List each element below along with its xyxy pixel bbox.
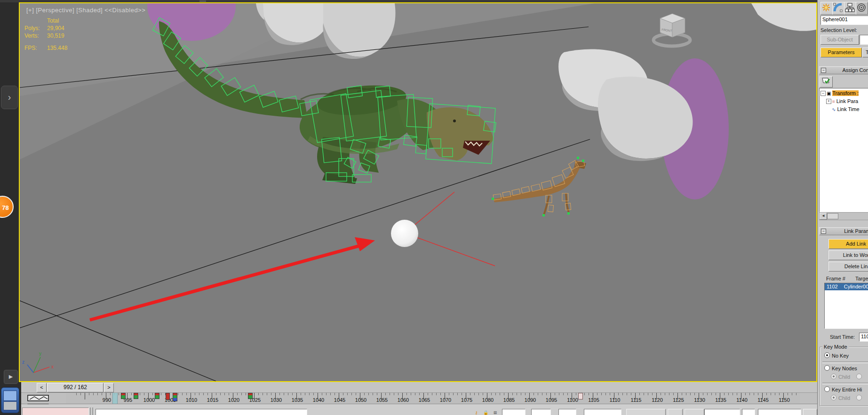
trajectories-tab-button[interactable]: T [862, 48, 868, 57]
viewport-label[interactable]: [+] [Perspective] [Shaded] <<Disabled>> [26, 7, 145, 14]
tab-motion[interactable] [856, 2, 868, 15]
nav-button[interactable] [803, 409, 817, 415]
frame-tick [110, 393, 111, 395]
frame-label: 1000 [143, 397, 155, 403]
timeline-key[interactable] [155, 393, 159, 399]
frame-label: 1010 [186, 397, 197, 403]
splitter-handle[interactable] [92, 407, 93, 415]
frame-label: 1060 [398, 397, 409, 403]
frame-tick [80, 393, 81, 395]
rollout-title: Link Param [844, 228, 868, 234]
link-params-rollout[interactable]: − Link Param [819, 227, 868, 235]
frame-tick [534, 393, 534, 395]
tab-modify[interactable] [832, 2, 844, 15]
next-frame-button[interactable]: > [104, 383, 114, 392]
radio-no-key[interactable]: No Key [824, 352, 849, 359]
frame-tick [220, 393, 221, 395]
assign-controller-rollout[interactable]: − Assign Contr [819, 66, 868, 74]
abs-offset-grid-icon[interactable]: ⊞ [493, 410, 498, 415]
frame-tick [728, 393, 729, 395]
frame-tick [131, 393, 132, 395]
frame-tick [415, 393, 415, 395]
start-time-field[interactable]: 110 [859, 333, 868, 342]
controller-tree[interactable]: −▣ Transform : +⌗ Link Para ∿ Link Time [819, 88, 868, 212]
timeline-key[interactable] [134, 393, 138, 399]
timeline-key[interactable] [173, 393, 177, 401]
assign-controller-button[interactable] [820, 76, 833, 88]
time-slider-row: < 992 / 162 > [21, 382, 817, 393]
object-name-field[interactable]: Sphere001 [820, 16, 868, 25]
frame-tick [618, 393, 619, 395]
play-icon: ▶ [9, 374, 13, 379]
expand-panel-button[interactable]: › [1, 86, 18, 109]
time-tag-button[interactable] [626, 409, 666, 415]
tree-row-transform[interactable]: −▣ Transform : [820, 89, 859, 97]
radio-key-entire[interactable]: Key Entire Hi [824, 386, 862, 392]
frame-tick [309, 393, 310, 395]
track-ruler[interactable]: 9909951000100510101015102010251030103510… [66, 393, 800, 404]
collapse-icon[interactable]: − [820, 91, 826, 96]
tab-create[interactable] [820, 2, 833, 15]
frame-label: 1045 [334, 397, 345, 403]
link-to-world-button[interactable]: Link to Wor [828, 250, 868, 260]
anim-button[interactable] [668, 409, 683, 415]
radio-label: Child [838, 395, 850, 401]
frame-tick [453, 393, 454, 395]
play-button[interactable]: ▶ [4, 370, 18, 384]
tree-row-link-time[interactable]: ∿ Link Time [832, 105, 860, 113]
frame-label: 1130 [694, 397, 705, 403]
frame-tick [93, 393, 94, 395]
radio-key-entire-child[interactable]: Child [831, 395, 864, 401]
coord-z-field[interactable] [558, 409, 576, 415]
sub-object-level-combo[interactable] [860, 35, 868, 45]
maxscript-mini-listener[interactable] [22, 407, 89, 415]
anim-button[interactable] [685, 409, 704, 415]
set-key-icon[interactable]: ⚷ [474, 410, 479, 415]
frame-tick [373, 393, 373, 395]
scroll-left-arrow[interactable]: ◄ [820, 213, 827, 220]
timeline-key[interactable] [166, 393, 170, 400]
frame-label: 1090 [525, 397, 536, 403]
timeline-key[interactable] [248, 393, 253, 399]
command-panel: Sphere001 Selection Level: Sub-Object Pa… [817, 0, 868, 415]
frame-tick [648, 393, 648, 395]
add-link-button[interactable]: Add Link [828, 239, 868, 249]
parameters-tab-button[interactable]: Parameters [820, 48, 862, 57]
frame-tick [686, 393, 686, 395]
time-slider[interactable]: 992 / 162 [47, 383, 104, 392]
radio-label: Key Entire Hi [832, 387, 862, 392]
frame-label: 1020 [228, 397, 239, 403]
timeline-key[interactable] [578, 393, 583, 399]
frame-tick [207, 393, 208, 395]
frame-tick [246, 393, 246, 395]
frame-tick [267, 393, 267, 395]
sub-object-button[interactable]: Sub-Object [820, 35, 859, 45]
coord-y-field[interactable] [531, 409, 551, 415]
current-frame-marker[interactable] [112, 393, 118, 404]
frame-tick [152, 393, 153, 395]
prev-frame-button[interactable]: < [37, 383, 47, 392]
frame-tick [733, 393, 733, 395]
tree-row-link-params[interactable]: +⌗ Link Para [826, 97, 858, 105]
selection-lock-icon[interactable]: 🔒 [483, 410, 488, 415]
timeline-key[interactable] [121, 393, 126, 399]
tab-hierarchy[interactable] [844, 2, 856, 15]
radio-key-nodes[interactable]: Key Nodes [824, 365, 857, 371]
small-field[interactable] [742, 409, 755, 415]
key-filters-field[interactable] [704, 409, 740, 415]
expand-icon[interactable]: + [826, 99, 831, 104]
delete-link-button[interactable]: Delete Lin [828, 262, 868, 271]
scroll-thumb[interactable] [827, 213, 838, 219]
link-list-row-selected[interactable]: 1102 Cylinder00 [825, 283, 868, 290]
taskbar-window-icon[interactable] [1, 387, 19, 413]
link-target-list[interactable]: 1102 Cylinder00 [824, 283, 868, 329]
grid-size-field[interactable] [584, 409, 621, 415]
frame-tick [690, 393, 691, 395]
coord-x-field[interactable] [502, 409, 526, 415]
radio-key-nodes-child[interactable]: Child [831, 374, 864, 380]
tree-h-scrollbar[interactable]: ◄ [819, 212, 868, 220]
splitter-handle[interactable] [90, 407, 91, 415]
frame-entry-field[interactable] [758, 409, 801, 415]
frame-tick [436, 393, 437, 395]
perspective-viewport[interactable]: FRONT x y z [+] [Perspective] [Shaded] <… [19, 2, 817, 382]
